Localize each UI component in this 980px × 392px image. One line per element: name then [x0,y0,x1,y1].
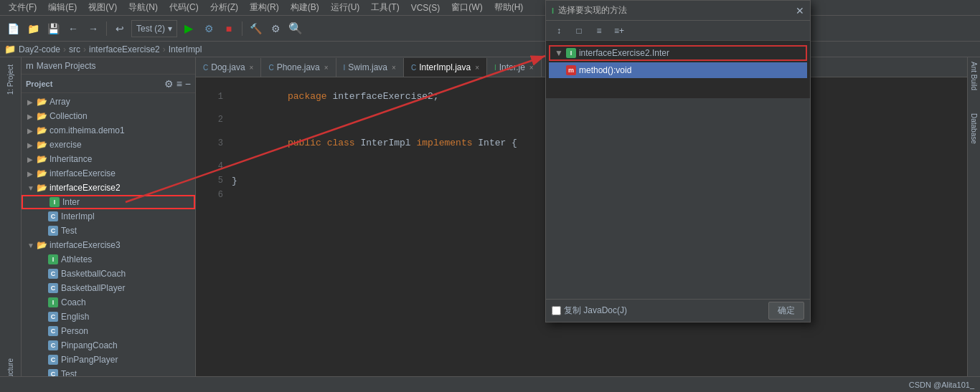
breadcrumb-day2[interactable]: Day2-code [19,44,60,54]
dialog-sort-btn[interactable]: ↕ [550,22,567,39]
close-panel-btn[interactable]: − [185,78,191,90]
folder-icon-ifex2: 📂 [36,182,47,193]
dialog-option2-btn[interactable]: ≡+ [611,22,628,39]
tab-dog-close[interactable]: × [250,64,254,72]
save-btn[interactable]: 💾 [44,20,62,37]
menu-refactor[interactable]: 重构(R) [244,0,285,15]
label-coach: Coach [61,297,86,307]
class-icon-test-ifex2: C [47,225,59,236]
tree-item-ifex[interactable]: ▶ 📂 interfaceExercise [22,166,195,181]
folder-icon-array: 📂 [36,96,47,107]
tab-inter[interactable]: I Inter.je × [487,58,542,77]
menu-file[interactable]: 文件(F) [3,0,42,15]
dialog-footer: 复制 JavaDoc(J) 确定 [546,299,810,322]
tree-item-english[interactable]: C English [22,310,195,324]
label-ppplayer: PinPangPlayer [61,355,118,365]
stop-btn[interactable]: ■ [220,20,237,37]
debug-btn[interactable]: ⚙ [200,20,217,37]
tree-item-array[interactable]: ▶ 📂 Array [22,95,195,109]
side-tab-project[interactable]: 1: Project [4,60,17,99]
implement-methods-dialog[interactable]: I 选择要实现的方法 ✕ ↕ □ ≡ ≡+ ▼ I interfaceExerc… [545,0,811,322]
class-icon-ppplayer: C [47,354,59,365]
tree-item-exercise[interactable]: ▶ 📂 exercise [22,138,195,152]
menu-code[interactable]: 代码(C) [164,0,204,15]
menu-help[interactable]: 帮助(H) [489,0,529,15]
breadcrumb-class[interactable]: InterImpl [169,44,202,54]
back-btn[interactable]: ← [65,20,82,37]
folder-icon-inheritance: 📂 [36,153,47,165]
maven-title: Maven Projects [37,61,96,71]
right-tab-db[interactable]: Database [969,109,979,148]
menu-build[interactable]: 构建(B) [285,0,325,15]
open-btn[interactable]: 📁 [24,20,42,37]
tree-item-athletes[interactable]: I Athletes [22,252,195,267]
dialog-tree-method[interactable]: m method():void [549,62,807,78]
tree-item-collection[interactable]: ▶ 📂 Collection [22,109,195,123]
search-btn[interactable]: 🔍 [287,20,304,37]
build-btn[interactable]: 🔨 [247,20,264,37]
menu-analyze[interactable]: 分析(Z) [204,0,244,15]
menu-view[interactable]: 视图(V) [83,0,123,15]
folder-icon-exercise: 📂 [36,139,47,150]
tree-item-demo1[interactable]: ▶ 📂 com.itheima.demo1 [22,123,195,138]
tab-interimpl-close[interactable]: × [475,64,479,72]
tab-phone[interactable]: C Phone.java × [261,58,336,77]
tab-phone-close[interactable]: × [324,64,329,72]
dialog-title: I 选择要实现的方法 [552,4,627,16]
menu-edit[interactable]: 编辑(E) [42,0,83,15]
main-layout: 1: Project Structure m Maven Projects Pr… [0,57,980,392]
run-btn[interactable]: ▶ [180,20,197,37]
run-config-dropdown[interactable]: Test (2) ▾ [131,20,177,37]
menu-window[interactable]: 窗口(W) [446,0,488,15]
undo-btn[interactable]: ↩ [111,20,128,37]
settings-btn[interactable]: ⚙ [267,20,284,37]
tree-item-inheritance[interactable]: ▶ 📂 Inheritance [22,152,195,166]
code-text-4 [232,161,237,172]
right-tab-ant[interactable]: Ant Build [969,57,979,95]
dialog-expand-btn[interactable]: □ [570,22,588,39]
interface-icon-coach: I [47,297,59,308]
menu-run[interactable]: 运行(U) [325,0,366,15]
tree-item-coach[interactable]: I Coach [22,295,195,310]
dialog-title-bar: I 选择要实现的方法 ✕ [546,1,810,21]
tree-item-ppcoach[interactable]: C PinpangCoach [22,338,195,353]
tree-item-ifex3[interactable]: ▼ 📂 interfaceExercise3 [22,238,195,252]
tree-item-bkcoach[interactable]: C BasketballCoach [22,267,195,281]
dialog-tree-root[interactable]: ▼ I interfaceExercise2.Inter [549,45,807,61]
tree-item-interimpl[interactable]: C InterImpl [22,209,195,224]
new-file-btn[interactable]: 📄 [4,20,22,37]
label-person: Person [61,326,88,336]
breadcrumb-src[interactable]: src [69,44,80,54]
collapse-all-btn[interactable]: ⚙ [164,78,174,90]
tree-item-inter[interactable]: I Inter [22,195,195,209]
label-exercise: exercise [50,140,82,150]
breadcrumb-package[interactable]: interfaceExercise2 [89,44,160,54]
tab-dog[interactable]: C Dog.java × [196,58,261,77]
tab-swim-close[interactable]: × [392,64,396,72]
breadcrumb-sep-3: › [163,44,166,54]
dialog-option1-btn[interactable]: ≡ [590,22,608,39]
tree-item-person[interactable]: C Person [22,324,195,338]
menu-navigate[interactable]: 导航(N) [123,0,164,15]
label-array: Array [50,97,70,107]
status-bar: CSDN @Alita101_ [0,376,980,392]
tab-swim[interactable]: I Swim.java × [336,58,404,77]
arrow-exercise: ▶ [27,141,36,149]
arrow-ifex2: ▼ [27,184,36,192]
tree-item-ppplayer[interactable]: C PinPangPlayer [22,353,195,367]
javadoc-checkbox-input[interactable] [552,306,561,315]
folder-icon-demo1: 📂 [36,125,47,136]
dialog-checkbox-javadoc[interactable]: 复制 JavaDoc(J) [552,305,627,317]
tree-item-ifex2[interactable]: ▼ 📂 interfaceExercise2 [22,181,195,195]
arrow-ifex3: ▼ [27,242,36,249]
tree-item-test-ifex2[interactable]: C Test [22,224,195,238]
dialog-ok-btn[interactable]: 确定 [768,302,804,320]
forward-btn[interactable]: → [85,20,102,37]
menu-vcs[interactable]: VCS(S) [405,1,446,14]
settings-gear-icon[interactable]: ≡ [176,78,182,90]
dialog-close-btn[interactable]: ✕ [796,5,804,16]
tab-interimpl[interactable]: C InterImpl.java × [404,58,487,77]
tab-inter-close[interactable]: × [529,64,534,72]
menu-tools[interactable]: 工具(T) [365,0,405,15]
tree-item-bkplayer[interactable]: C BasketballPlayer [22,281,195,295]
